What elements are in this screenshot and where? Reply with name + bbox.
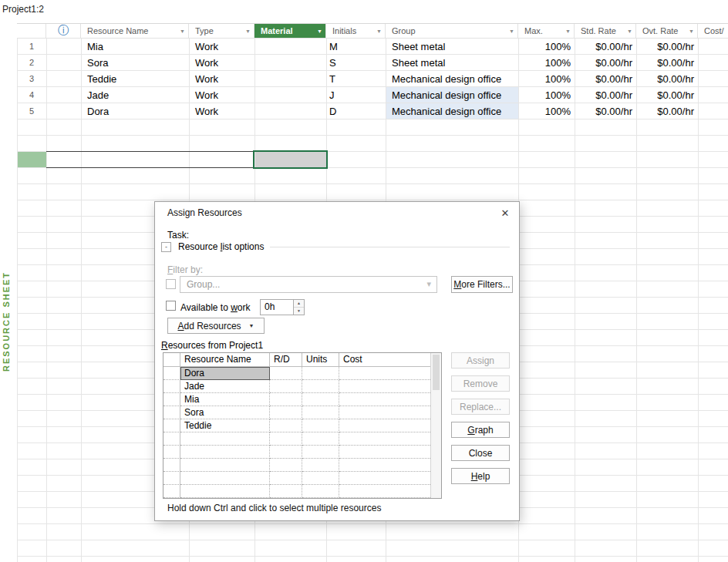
units-cell[interactable] — [302, 446, 339, 459]
units-cell[interactable] — [302, 367, 339, 380]
resource-row-empty[interactable] — [163, 472, 441, 485]
cell-type[interactable]: Work — [189, 103, 254, 119]
row-number[interactable]: 4 — [17, 87, 46, 103]
resource-name-cell[interactable]: Mia — [180, 393, 270, 406]
column-header-resource-name[interactable]: Resource Name ▼ — [81, 24, 189, 38]
dialog-titlebar[interactable]: Assign Resources — [155, 202, 488, 224]
resource-name-cell[interactable]: Jade — [180, 380, 270, 393]
row-selector[interactable] — [163, 393, 180, 406]
close-dialog-button[interactable]: Close — [451, 445, 510, 461]
rd-cell[interactable] — [270, 406, 302, 419]
cell-std-rate[interactable]: $0.00/hr — [575, 103, 636, 119]
cell-ovt-rate[interactable]: $0.00/hr — [636, 103, 698, 119]
replace-button[interactable]: Replace... — [451, 399, 510, 415]
units-cell[interactable] — [302, 432, 339, 446]
cost-cell[interactable] — [339, 459, 430, 472]
cell-initials[interactable]: M — [326, 39, 386, 55]
resource-name-cell[interactable]: Teddie — [180, 419, 270, 432]
rd-cell[interactable] — [270, 432, 302, 446]
row-number[interactable]: 1 — [17, 39, 46, 55]
cell-cost[interactable] — [698, 39, 728, 55]
cost-cell[interactable] — [339, 485, 430, 498]
row-number[interactable]: 3 — [17, 71, 46, 87]
resource-list-options-toggle[interactable]: - — [161, 242, 171, 252]
units-cell[interactable] — [302, 485, 339, 498]
cell-resource-name[interactable]: Jade — [81, 87, 189, 103]
cell-info[interactable] — [46, 39, 81, 55]
units-cell[interactable] — [302, 472, 339, 485]
cell-group[interactable]: Mechanical design office — [386, 103, 518, 119]
cell-type[interactable]: Work — [189, 39, 254, 55]
cell-max[interactable]: 100% — [518, 103, 575, 119]
group-filter-combobox[interactable]: Group... ▾ — [180, 276, 437, 293]
column-header-ovt-rate[interactable]: Ovt. Rate ▼ — [636, 24, 698, 38]
units-cell[interactable] — [302, 380, 339, 393]
selected-cell[interactable] — [254, 152, 326, 168]
cost-cell[interactable] — [339, 419, 430, 432]
dropdown-icon[interactable]: ▼ — [565, 29, 571, 34]
cost-cell[interactable] — [339, 406, 430, 419]
cell-resource-name[interactable]: Teddie — [81, 71, 189, 87]
resource-row[interactable]: Teddie — [163, 419, 441, 432]
grid-scrollbar[interactable] — [430, 353, 441, 498]
cell-material[interactable] — [254, 87, 326, 103]
scrollbar-thumb[interactable] — [433, 355, 440, 390]
resource-row[interactable]: Dora — [163, 367, 441, 380]
resource-row-empty[interactable] — [163, 485, 441, 498]
row-selector[interactable] — [163, 380, 180, 393]
cell-max[interactable]: 100% — [518, 39, 575, 55]
dropdown-icon[interactable]: ▼ — [689, 29, 694, 34]
cell-ovt-rate[interactable]: $0.00/hr — [636, 55, 698, 71]
cell-material[interactable] — [254, 103, 326, 119]
row-selector[interactable] — [163, 459, 180, 472]
graph-button[interactable]: Graph — [451, 422, 510, 438]
rd-cell[interactable] — [270, 485, 302, 498]
column-header-std-rate[interactable]: Std. Rate ▼ — [575, 24, 636, 38]
cell-material[interactable] — [254, 55, 326, 71]
rd-cell[interactable] — [270, 472, 302, 485]
resource-name-cell[interactable] — [180, 446, 270, 459]
selected-row-header[interactable] — [17, 152, 46, 168]
row-selector[interactable] — [163, 406, 180, 419]
cell-resource-name[interactable]: Mia — [81, 39, 189, 55]
cell-cost[interactable] — [698, 103, 728, 119]
column-header-cost[interactable]: Cost/ — [698, 24, 728, 38]
units-cell[interactable] — [302, 406, 339, 419]
cell-group[interactable]: Sheet metal — [386, 39, 518, 55]
row-selector[interactable] — [163, 367, 180, 380]
column-header-type[interactable]: Type ▼ — [189, 24, 254, 38]
cell-group[interactable]: Sheet metal — [386, 55, 518, 71]
cell-initials[interactable]: S — [326, 55, 386, 71]
dropdown-icon[interactable]: ▼ — [180, 29, 185, 34]
resource-row-empty[interactable] — [163, 446, 441, 459]
cell-max[interactable]: 100% — [518, 55, 575, 71]
cell-std-rate[interactable]: $0.00/hr — [575, 39, 636, 55]
view-label[interactable]: RESOURCE SHEET — [2, 271, 11, 372]
cell-max[interactable]: 100% — [518, 71, 575, 87]
row-selector[interactable] — [163, 446, 180, 459]
rd-cell[interactable] — [270, 446, 302, 459]
rd-cell[interactable] — [270, 380, 302, 393]
cell-type[interactable]: Work — [189, 87, 254, 103]
units-cell[interactable] — [302, 459, 339, 472]
spin-up-button[interactable]: ▲ — [294, 300, 304, 308]
rd-cell[interactable] — [270, 393, 302, 406]
resource-row[interactable]: Sora — [163, 406, 441, 419]
cell-ovt-rate[interactable]: $0.00/hr — [636, 71, 698, 87]
cost-cell[interactable] — [339, 367, 430, 380]
cell-max[interactable]: 100% — [518, 87, 575, 103]
spin-down-button[interactable]: ▼ — [294, 308, 304, 315]
cell-ovt-rate[interactable]: $0.00/hr — [636, 87, 698, 103]
rd-cell[interactable] — [270, 367, 302, 380]
row-selector[interactable] — [163, 485, 180, 498]
cell-info[interactable] — [46, 103, 81, 119]
dropdown-icon[interactable]: ▼ — [376, 29, 382, 34]
close-button[interactable]: ✕ — [492, 203, 518, 223]
resource-name-cell[interactable] — [180, 432, 270, 446]
cell-cost[interactable] — [698, 87, 728, 103]
cell-initials[interactable]: J — [326, 87, 386, 103]
column-header-initials[interactable]: Initials ▼ — [326, 24, 386, 38]
select-all-corner-cell[interactable] — [17, 24, 46, 38]
cell-resource-name[interactable]: Dora — [81, 103, 189, 119]
row-number[interactable]: 2 — [17, 55, 46, 71]
